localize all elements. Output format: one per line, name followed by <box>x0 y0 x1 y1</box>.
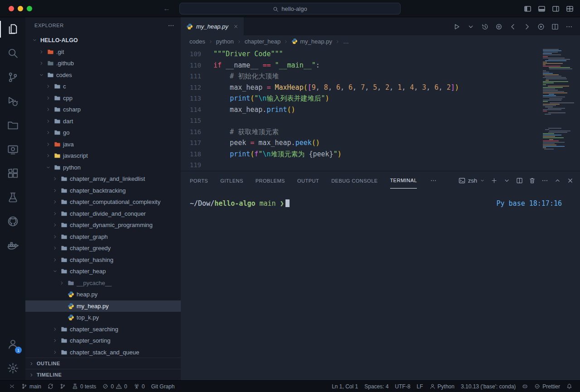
tree-item-cpp[interactable]: cpp <box>25 92 181 104</box>
code-line-110[interactable]: 110if __name__ == "__main__": <box>181 60 580 71</box>
activity-run-and-debug-button[interactable] <box>0 89 25 113</box>
panel-tab-ports[interactable]: PORTS <box>190 173 208 189</box>
more-actions-icon[interactable] <box>566 22 573 30</box>
status-git-compare[interactable] <box>57 381 69 392</box>
maximize-panel-icon[interactable] <box>554 176 561 184</box>
timeline-section[interactable]: TIMELINE <box>25 369 181 380</box>
tree-item--pycache-[interactable]: __pycache__ <box>25 277 181 289</box>
code-line-109[interactable]: 109"""Driver Code""" <box>181 48 580 60</box>
tab-close-icon[interactable] <box>233 24 238 29</box>
code-line-114[interactable]: 114 max_heap.print() <box>181 104 580 116</box>
tree-item-chapter-greedy[interactable]: chapter_greedy <box>25 242 181 254</box>
status-remote-indicator[interactable] <box>6 381 18 392</box>
code-line-118[interactable]: 118 print(f"\n堆顶元素为 {peek}") <box>181 149 580 160</box>
breadcrumb-item[interactable]: python <box>216 38 234 45</box>
next-change-icon[interactable] <box>523 22 531 30</box>
activity-explorer-button[interactable] <box>0 17 25 41</box>
run-dropdown-icon[interactable] <box>467 22 474 30</box>
tree-item-top-k-py[interactable]: top_k.py <box>25 312 181 324</box>
activity-docker-button[interactable] <box>0 233 25 257</box>
code-line-119[interactable]: 119 <box>181 160 580 171</box>
terminal-more-actions-icon[interactable] <box>541 176 548 184</box>
minimap[interactable] <box>542 48 575 171</box>
run-python-icon[interactable] <box>453 22 460 30</box>
breadcrumb-item[interactable]: chapter_heap <box>245 38 281 45</box>
tree-item-heap-py[interactable]: heap.py <box>25 289 181 300</box>
tree-item-chapter-array-and-linkedlist[interactable]: chapter_array_and_linkedlist <box>25 173 181 185</box>
toggle-secondary-sidebar-button[interactable] <box>552 5 560 13</box>
tree-item-dart[interactable]: dart <box>25 116 181 127</box>
status-copilot[interactable] <box>519 381 531 392</box>
status-notifications[interactable] <box>563 381 575 392</box>
tree-item-csharp[interactable]: csharp <box>25 104 181 116</box>
previous-change-icon[interactable] <box>509 22 517 30</box>
status-prettier[interactable]: Prettier <box>531 381 563 392</box>
close-window-button[interactable] <box>9 6 14 11</box>
tree-item-chapter-heap[interactable]: chapter_heap <box>25 266 181 277</box>
tree-item-chapter-computational-complexity[interactable]: chapter_computational_complexity <box>25 196 181 208</box>
outline-section[interactable]: OUTLINE <box>25 358 181 369</box>
activity-testing-button[interactable] <box>0 185 25 209</box>
tree-item-hello-algo[interactable]: HELLO-ALGO <box>25 34 181 46</box>
panel-tab-output[interactable]: OUTPUT <box>297 173 319 189</box>
tree-item-java[interactable]: java <box>25 139 181 150</box>
status-tests[interactable]: 0 tests <box>69 381 99 392</box>
status-git-graph[interactable]: Git Graph <box>148 381 178 392</box>
breadcrumb-item[interactable]: … <box>343 38 349 45</box>
status-problems[interactable]: 00 <box>99 381 130 392</box>
panel-tab-terminal[interactable]: TERMINAL <box>390 172 417 189</box>
tree-item-chapter-sorting[interactable]: chapter_sorting <box>25 335 181 347</box>
zoom-window-button[interactable] <box>27 6 32 11</box>
panel-tabs-more-icon[interactable] <box>430 176 437 184</box>
status-feedback[interactable]: 0 <box>130 381 148 392</box>
code-line-112[interactable]: 112 max_heap = MaxHeap([9, 8, 6, 6, 7, 5… <box>181 82 580 93</box>
code-line-115[interactable]: 115 <box>181 115 580 126</box>
toggle-primary-sidebar-button[interactable] <box>524 5 532 13</box>
tree-item-chapter-graph[interactable]: chapter_graph <box>25 231 181 243</box>
status-cursor-position[interactable]: Ln 1, Col 1 <box>329 381 361 392</box>
tree-item--git[interactable]: .git <box>25 46 181 58</box>
breadcrumb-item[interactable]: my_heap.py <box>291 38 332 45</box>
activity-remote-explorer-button[interactable] <box>0 137 25 161</box>
open-changes-icon[interactable] <box>495 22 503 30</box>
tree-item-my-heap-py[interactable]: my_heap.py <box>25 300 181 312</box>
tree-item--github[interactable]: .github <box>25 58 181 69</box>
activity-settings-button[interactable] <box>0 356 25 380</box>
code-line-116[interactable]: 116 # 获取堆顶元素 <box>181 126 580 138</box>
minimize-window-button[interactable] <box>18 6 23 11</box>
launch-profile-dropdown-icon[interactable] <box>503 176 510 184</box>
status-eol[interactable]: LF <box>414 381 426 392</box>
activity-extensions-button[interactable] <box>0 161 25 185</box>
kill-terminal-icon[interactable] <box>529 176 536 184</box>
status-indentation[interactable]: Spaces: 4 <box>361 381 392 392</box>
activity-project-manager-button[interactable] <box>0 113 25 137</box>
terminal[interactable]: ~/Dow/hello-algo main ❯ Py base 18:17:16 <box>181 189 580 380</box>
tree-item-c[interactable]: c <box>25 81 181 92</box>
tree-item-javascript[interactable]: javascript <box>25 150 181 162</box>
view-timeline-icon[interactable] <box>481 22 488 30</box>
code-line-117[interactable]: 117 peek = max_heap.peek() <box>181 137 580 149</box>
close-panel-icon[interactable] <box>567 176 574 184</box>
panel-tab-problems[interactable]: PROBLEMS <box>256 173 285 189</box>
breadcrumb-item[interactable]: codes <box>189 38 205 45</box>
tree-item-chapter-backtracking[interactable]: chapter_backtracking <box>25 185 181 197</box>
activity-source-control-button[interactable] <box>0 65 25 89</box>
split-terminal-icon[interactable] <box>516 176 523 184</box>
activity-search-button[interactable] <box>0 41 25 65</box>
tree-item-codes[interactable]: codes <box>25 69 181 81</box>
code-editor[interactable]: 109"""Driver Code"""110if __name__ == "_… <box>181 47 580 171</box>
tree-item-chapter-searching[interactable]: chapter_searching <box>25 324 181 335</box>
new-terminal-icon[interactable] <box>491 176 498 184</box>
toggle-panel-button[interactable] <box>538 5 546 13</box>
command-center-search[interactable]: hello-algo <box>179 3 401 15</box>
tree-item-chapter-divide-and-conquer[interactable]: chapter_divide_and_conquer <box>25 208 181 220</box>
tree-item-chapter-dynamic-programming[interactable]: chapter_dynamic_programming <box>25 219 181 231</box>
split-editor-icon[interactable] <box>551 22 559 30</box>
status-git-branch[interactable]: main <box>18 381 44 392</box>
status-git-sync[interactable] <box>44 381 57 392</box>
explorer-more-actions[interactable] <box>168 22 174 29</box>
panel-tab-debug-console[interactable]: DEBUG CONSOLE <box>331 173 377 189</box>
tree-item-chapter-hashing[interactable]: chapter_hashing <box>25 254 181 266</box>
activity-github-button[interactable] <box>0 209 25 233</box>
nav-back-icon[interactable]: ← <box>163 5 170 13</box>
